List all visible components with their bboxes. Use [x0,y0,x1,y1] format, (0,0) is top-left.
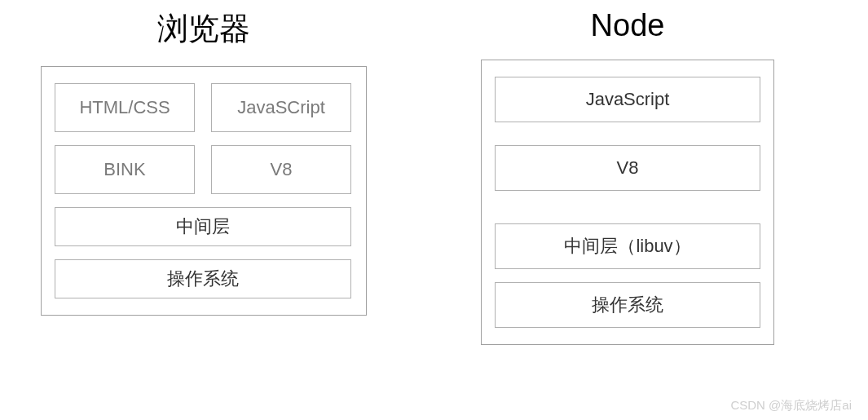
browser-column: 浏览器 HTML/CSS JavaSCript BINK V8 中间层 操作系统 [41,8,367,345]
node-column: Node JavaScript V8 中间层（libuv） 操作系统 [481,8,774,345]
node-title: Node [591,8,665,43]
browser-os-box: 操作系统 [55,259,351,298]
browser-javascript-box: JavaSCript [211,83,351,132]
node-outer-box: JavaScript V8 中间层（libuv） 操作系统 [481,60,774,345]
browser-title: 浏览器 [157,8,250,50]
node-javascript-box: JavaScript [495,77,760,122]
node-v8-box: V8 [495,145,760,191]
browser-html-css-box: HTML/CSS [55,83,195,132]
browser-bink-box: BINK [55,145,195,194]
watermark-text: CSDN @海底烧烤店ai [730,398,852,413]
node-middle-layer-box: 中间层（libuv） [495,223,760,269]
browser-middle-layer-box: 中间层 [55,207,351,246]
browser-v8-box: V8 [211,145,351,194]
node-os-box: 操作系统 [495,282,760,328]
browser-outer-box: HTML/CSS JavaSCript BINK V8 中间层 操作系统 [41,66,367,316]
